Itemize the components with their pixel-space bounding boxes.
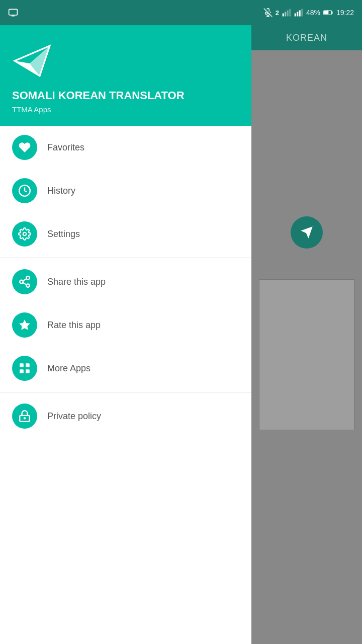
- share-label: Share this app: [47, 277, 106, 287]
- rate-icon-circle: [12, 312, 37, 338]
- status-bar: 2 48% 19:22: [0, 0, 362, 25]
- status-bar-left: [8, 8, 18, 18]
- svg-rect-30: [20, 369, 24, 373]
- more-apps-icon-circle: [12, 356, 37, 381]
- clock-icon: [18, 184, 31, 197]
- svg-line-25: [23, 283, 26, 285]
- right-panel: KOREAN: [251, 25, 362, 644]
- svg-point-22: [26, 276, 30, 280]
- menu-item-settings[interactable]: Settings: [0, 212, 251, 256]
- korean-label: KOREAN: [286, 33, 327, 43]
- history-label: History: [47, 186, 75, 196]
- right-panel-content: [251, 50, 362, 644]
- battery-percent: 48%: [306, 9, 320, 17]
- right-panel-top: KOREAN: [251, 25, 362, 50]
- app-title: SOMALI KOREAN TRANSLATOR: [12, 89, 239, 102]
- output-area: [259, 279, 354, 430]
- app-subtitle: TTMA Apps: [12, 105, 239, 114]
- svg-marker-27: [19, 319, 30, 330]
- settings-label: Settings: [47, 229, 80, 239]
- sim-badge: 2: [276, 9, 279, 17]
- svg-rect-6: [285, 12, 286, 17]
- time-display: 19:22: [336, 9, 354, 17]
- heart-icon: [18, 141, 31, 154]
- favorites-label: Favorites: [47, 142, 84, 153]
- svg-rect-9: [295, 14, 296, 17]
- signal-icon-2: [294, 9, 303, 17]
- svg-rect-7: [287, 11, 289, 17]
- svg-rect-11: [299, 11, 301, 17]
- send-icon: [300, 225, 314, 239]
- svg-point-23: [20, 280, 23, 284]
- svg-point-24: [26, 284, 30, 287]
- svg-rect-15: [331, 12, 332, 14]
- svg-rect-0: [9, 9, 18, 15]
- share-icon-circle: [12, 269, 37, 294]
- navigation-drawer: SOMALI KOREAN TRANSLATOR TTMA Apps Favor…: [0, 25, 251, 644]
- svg-rect-31: [26, 369, 30, 373]
- signal-icon: [282, 9, 291, 17]
- muted-icon: [263, 8, 273, 17]
- menu-item-share[interactable]: Share this app: [0, 260, 251, 303]
- drawer-header: SOMALI KOREAN TRANSLATOR TTMA Apps: [0, 25, 251, 126]
- menu-section-1: Favorites History: [0, 126, 251, 644]
- menu-item-privacy[interactable]: Private policy: [0, 394, 251, 438]
- svg-line-26: [23, 279, 26, 281]
- svg-rect-28: [20, 363, 24, 367]
- divider-2: [0, 392, 251, 392]
- lock-icon: [18, 410, 31, 423]
- menu-item-history[interactable]: History: [0, 169, 251, 212]
- divider-1: [0, 258, 251, 258]
- share-icon: [18, 275, 31, 288]
- send-button[interactable]: [291, 216, 323, 249]
- gear-icon: [18, 227, 31, 240]
- star-icon: [18, 318, 31, 332]
- menu-item-rate[interactable]: Rate this app: [0, 303, 251, 347]
- privacy-label: Private policy: [47, 411, 101, 422]
- svg-point-33: [24, 418, 25, 419]
- favorites-icon-circle: [12, 135, 37, 160]
- menu-item-more-apps[interactable]: More Apps: [0, 347, 251, 390]
- rate-label: Rate this app: [47, 320, 101, 331]
- svg-rect-8: [289, 9, 291, 17]
- menu-item-favorites[interactable]: Favorites: [0, 126, 251, 169]
- svg-rect-12: [301, 9, 303, 17]
- svg-rect-5: [283, 14, 284, 17]
- svg-rect-29: [26, 363, 30, 367]
- privacy-icon-circle: [12, 404, 37, 429]
- apps-icon: [18, 362, 31, 375]
- more-apps-label: More Apps: [47, 363, 90, 374]
- app-logo: [12, 41, 52, 81]
- settings-icon-circle: [12, 221, 37, 247]
- battery-icon: [323, 9, 333, 17]
- history-icon-circle: [12, 178, 37, 203]
- svg-rect-10: [297, 12, 298, 17]
- screen-icon: [8, 8, 18, 18]
- main-layout: SOMALI KOREAN TRANSLATOR TTMA Apps Favor…: [0, 25, 362, 644]
- status-bar-right: 2 48% 19:22: [263, 8, 354, 17]
- svg-point-21: [23, 232, 27, 236]
